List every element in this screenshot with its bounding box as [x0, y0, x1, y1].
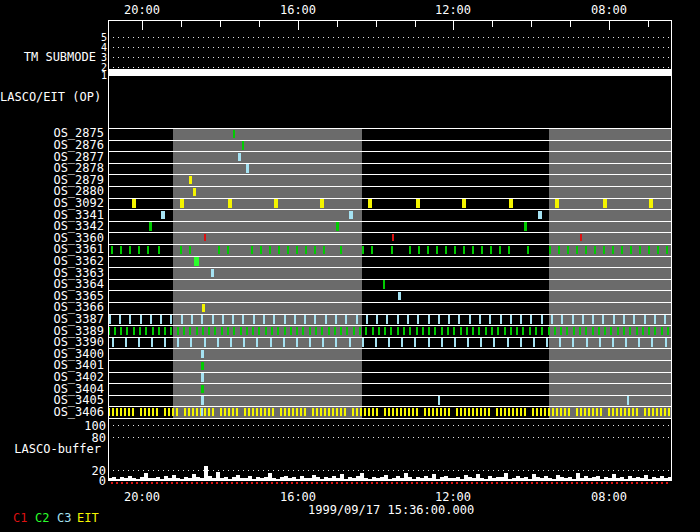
- event-tick-c: [510, 315, 512, 324]
- event-tick-g: [499, 246, 501, 255]
- row-border-line: [108, 418, 671, 419]
- event-tick-g: [189, 246, 191, 255]
- event-tick-g: [201, 385, 204, 394]
- event-tick-y: [416, 199, 420, 208]
- event-tick-c: [190, 338, 192, 347]
- event-tick-y: [424, 408, 426, 417]
- event-tick-y: [472, 408, 474, 417]
- event-tick-y: [256, 408, 258, 417]
- tm-grid-dotted-line: [108, 47, 671, 48]
- event-tick-c: [469, 315, 471, 324]
- event-tick-y: [556, 408, 558, 417]
- event-tick-g: [661, 327, 663, 336]
- event-tick-g: [189, 327, 191, 336]
- event-tick-c: [140, 315, 142, 324]
- event-tick-c: [246, 164, 249, 173]
- event-tick-y: [196, 408, 198, 417]
- event-tick-y: [193, 188, 196, 197]
- event-tick-c: [335, 315, 337, 324]
- event-tick-c: [129, 315, 131, 324]
- row-border-line: [108, 140, 671, 141]
- event-tick-g: [251, 246, 253, 255]
- event-tick-y: [555, 199, 559, 208]
- event-tick-y: [649, 199, 653, 208]
- event-tick-c: [150, 315, 152, 324]
- event-tick-y: [464, 408, 466, 417]
- event-tick-y: [208, 408, 210, 417]
- event-tick-g: [428, 327, 430, 336]
- event-tick-y: [624, 408, 626, 417]
- event-tick-y: [404, 408, 406, 417]
- event-tick-c: [304, 315, 306, 324]
- event-tick-c: [520, 338, 522, 347]
- event-tick-c: [401, 338, 403, 347]
- event-tick-y: [584, 408, 586, 417]
- event-tick-y: [368, 199, 372, 208]
- event-tick-g: [585, 246, 587, 255]
- event-tick-y: [592, 408, 594, 417]
- event-tick-g: [126, 327, 128, 336]
- event-tick-y: [644, 408, 646, 417]
- event-tick-y: [388, 408, 390, 417]
- event-tick-c: [294, 315, 296, 324]
- event-tick-c: [454, 338, 456, 347]
- event-tick-c: [428, 315, 430, 324]
- event-tick-c: [572, 338, 574, 347]
- soho-telemetry-timeline-screen: TM SUBMODE LASCO/EIT (OP) LASCO-buffer 2…: [0, 0, 700, 532]
- event-tick-g: [654, 327, 656, 336]
- event-tick-y: [336, 408, 338, 417]
- event-tick-c: [546, 338, 548, 347]
- event-tick-g: [353, 327, 355, 336]
- event-tick-y: [580, 408, 582, 417]
- event-tick-g: [269, 246, 271, 255]
- event-tick-y: [508, 408, 510, 417]
- operations-window-band: [549, 128, 671, 418]
- event-tick-c: [559, 338, 561, 347]
- event-tick-g: [447, 327, 449, 336]
- event-tick-c: [204, 338, 206, 347]
- event-tick-g: [585, 327, 587, 336]
- event-tick-g: [340, 327, 342, 336]
- event-tick-g: [296, 246, 298, 255]
- top-axis-major-tick: [298, 21, 299, 30]
- event-tick-y: [500, 408, 502, 417]
- event-tick-c: [500, 315, 502, 324]
- event-tick-g: [340, 246, 342, 255]
- event-tick-g: [359, 327, 361, 336]
- event-tick-g: [508, 246, 510, 255]
- event-tick-c: [230, 338, 232, 347]
- event-tick-c: [538, 211, 542, 220]
- bottom-axis-label: 12:00: [435, 490, 471, 504]
- event-tick-c: [284, 315, 286, 324]
- event-tick-c: [325, 315, 327, 324]
- event-tick-y: [596, 408, 598, 417]
- row-border-line: [108, 256, 671, 257]
- event-tick-y: [274, 199, 278, 208]
- event-tick-g: [384, 327, 386, 336]
- event-tick-y: [120, 408, 122, 417]
- event-tick-c: [530, 315, 532, 324]
- legend-item-eit: EIT: [77, 511, 99, 525]
- event-tick-c: [164, 338, 166, 347]
- event-tick-y: [132, 199, 136, 208]
- event-tick-y: [364, 408, 366, 417]
- event-tick-g: [177, 327, 179, 336]
- row-border-line: [108, 221, 671, 222]
- event-tick-y: [509, 199, 513, 208]
- event-tick-c: [119, 315, 121, 324]
- event-tick-g: [472, 327, 474, 336]
- top-axis-major-tick: [609, 21, 610, 30]
- event-tick-c: [493, 338, 495, 347]
- event-tick-y: [228, 408, 230, 417]
- event-tick-c: [112, 338, 114, 347]
- row-border-line: [108, 360, 671, 361]
- event-tick-g: [221, 327, 223, 336]
- event-tick-g: [233, 130, 235, 139]
- event-tick-y: [532, 408, 534, 417]
- event-tick-g: [436, 246, 438, 255]
- event-tick-g: [549, 246, 551, 255]
- lasco-eit-op-label: LASCO/EIT (OP): [0, 91, 101, 103]
- event-tick-y: [140, 408, 142, 417]
- plot-left-border: [108, 20, 109, 481]
- event-tick-y: [320, 199, 324, 208]
